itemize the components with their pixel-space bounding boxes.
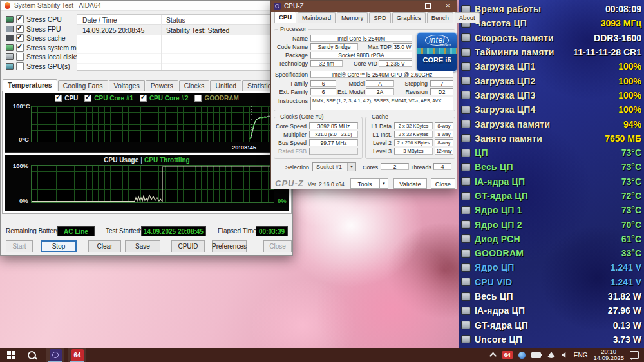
cpuz-titlebar[interactable]: CPU-Z — ✕ [271, 1, 457, 12]
sensor-label: Весь ЦП [475, 291, 513, 301]
ram-icon [461, 33, 471, 42]
checkbox[interactable] [16, 15, 24, 23]
gpu-icon [6, 63, 14, 70]
action-center-icon[interactable] [630, 351, 639, 359]
intel-core-i5-badge: intel inside™ CORE i5 [417, 32, 457, 72]
stress-option-label: Stress GPU(s) [26, 62, 70, 70]
search-button[interactable] [22, 348, 41, 362]
close-button[interactable]: Close [263, 240, 292, 252]
cpuz-tab[interactable]: About [455, 12, 480, 23]
log-row[interactable]: 14.09.2025 20:08:45 Stability Test: Star… [77, 25, 289, 35]
close-button[interactable]: ✕ [445, 1, 450, 12]
tools-dropdown-button[interactable]: ▼ [379, 178, 388, 189]
cache-row-label: Level 3 [366, 148, 392, 155]
aida-tab[interactable]: Clocks [179, 80, 210, 91]
cache-assoc-field: 8-way [435, 131, 453, 138]
sensor-row: Загрузка памяти 94% [459, 117, 644, 131]
aida-tab[interactable]: Cooling Fans [58, 80, 108, 91]
sensor-label: Ядро ЦП 2 [475, 220, 522, 230]
taskbar-app-aida64[interactable]: 64 [68, 348, 86, 362]
model-field: A [366, 80, 394, 87]
socket-selector[interactable]: Socket #1 ▼ [312, 162, 356, 171]
aida64-tray-icon[interactable]: 64 [502, 351, 513, 359]
sensor-label: Скорость памяти [475, 33, 554, 43]
legend-checkbox[interactable] [194, 95, 202, 102]
aida-tab[interactable]: Powers [146, 80, 178, 91]
legend-item[interactable]: GOODRAM [194, 95, 238, 102]
ram-icon [461, 134, 471, 142]
legend-checkbox[interactable] [55, 95, 62, 102]
gauge-icon [461, 77, 471, 85]
checkbox[interactable] [16, 53, 24, 61]
legend-item[interactable]: CPU [55, 95, 78, 102]
maximize-button[interactable] [425, 3, 431, 9]
chevron-down-icon[interactable]: ▼ [347, 163, 355, 171]
close-button[interactable]: Close [431, 178, 455, 189]
sensor-row: ЦП 73°C [459, 146, 644, 160]
test-started-value: 14.09.2025 20:08:45 [141, 226, 206, 236]
speaker-icon[interactable] [562, 352, 568, 358]
aida-tab[interactable]: Voltages [109, 80, 145, 91]
start-button[interactable] [0, 348, 22, 362]
sensor-row: Uncore ЦП 3.73 W [459, 332, 644, 347]
preferences-button[interactable]: Preferences [212, 240, 247, 252]
voltage-icon [461, 263, 471, 272]
cores-field: 2 [381, 163, 409, 170]
log-datetime: 14.09.2025 20:08:45 [77, 26, 161, 34]
wifi-icon[interactable] [547, 352, 556, 358]
cpuz-tab[interactable]: CPU [274, 12, 296, 23]
col-date-time: Date / Time [77, 16, 161, 24]
checkbox[interactable] [16, 44, 24, 52]
stop-button[interactable]: Stop [41, 240, 77, 252]
aida64-stability-window: System Stability Test - AIDA64 — Stress … [0, 0, 293, 256]
sensor-row: Загрузка ЦП3 100% [459, 88, 644, 102]
legend-checkbox[interactable] [140, 95, 147, 102]
sensor-label: Загрузка ЦП3 [475, 90, 535, 100]
cpuz-window: CPU-Z — ✕ CPUMainboardMemorySPDGraphicsB… [270, 0, 457, 189]
aida-tab[interactable]: Unified [210, 80, 242, 91]
sensor-value: 3.73 W [613, 334, 641, 345]
sensor-row: GT-ядра ЦП 72°C [459, 189, 644, 203]
legend-checkbox[interactable] [84, 95, 91, 102]
rated-fsb-field [309, 148, 358, 155]
cpu-name-field: Intel Core i5 2540M [310, 35, 412, 42]
cpuz-tab[interactable]: Bench [427, 12, 453, 23]
tray-app-icon[interactable] [518, 352, 526, 359]
checkbox[interactable] [16, 34, 24, 42]
test-log-table: Date / Time Status 14.09.2025 20:08:45 S… [77, 14, 289, 71]
aida64-titlebar[interactable]: System Stability Test - AIDA64 — [1, 1, 292, 11]
minimize-button[interactable]: — [247, 3, 253, 9]
sensor-label: Загрузка ЦП1 [475, 61, 535, 71]
sensor-row: GT-ядра ЦП 0.13 W [459, 318, 644, 332]
cache-assoc-field: 8-way [435, 122, 453, 129]
cache-assoc-field: 8-way [435, 139, 453, 146]
cpuz-footer: CPU-Z Ver. 2.16.0.x64 Tools ▼ Validate C… [271, 176, 457, 190]
checkbox[interactable] [16, 62, 24, 70]
taskbar-clock[interactable]: 20:10 14.09.2025 [593, 348, 624, 361]
ram-icon [461, 120, 471, 128]
clear-button[interactable]: Clear [88, 240, 121, 252]
cache-assoc-field: 12-way [435, 148, 453, 155]
cpuz-tab[interactable]: Mainboard [298, 12, 336, 23]
save-button[interactable]: Save [125, 240, 160, 252]
cache-rows: L1 Data 2 x 32 KBytes 8-way L1 Inst. 2 x… [366, 122, 455, 156]
chevron-up-icon[interactable] [489, 352, 497, 359]
taskbar-app-cpuz[interactable] [46, 348, 64, 362]
validate-button[interactable]: Validate [393, 178, 427, 189]
stress-option-label: Stress FPU [26, 25, 61, 33]
language-indicator[interactable]: ENG [574, 352, 588, 359]
start-button[interactable]: Start [6, 240, 33, 252]
legend-item[interactable]: CPU Core #2 [140, 95, 189, 102]
cpuz-tab[interactable]: SPD [369, 12, 391, 23]
legend-item[interactable]: CPU Core #1 [84, 95, 133, 102]
cpuid-button[interactable]: CPUID [171, 240, 205, 252]
tools-button[interactable]: Tools [350, 178, 379, 189]
cpuz-tab[interactable]: Memory [337, 12, 368, 23]
aida-tab[interactable]: Temperatures [3, 79, 57, 91]
battery-icon[interactable] [531, 352, 541, 358]
cpuz-tab[interactable]: Graphics [392, 12, 426, 23]
minimize-button[interactable]: — [405, 1, 411, 12]
version-label: Ver. 2.16.0.x64 [308, 181, 345, 187]
checkbox[interactable] [16, 25, 24, 33]
gauge-icon [461, 106, 471, 114]
